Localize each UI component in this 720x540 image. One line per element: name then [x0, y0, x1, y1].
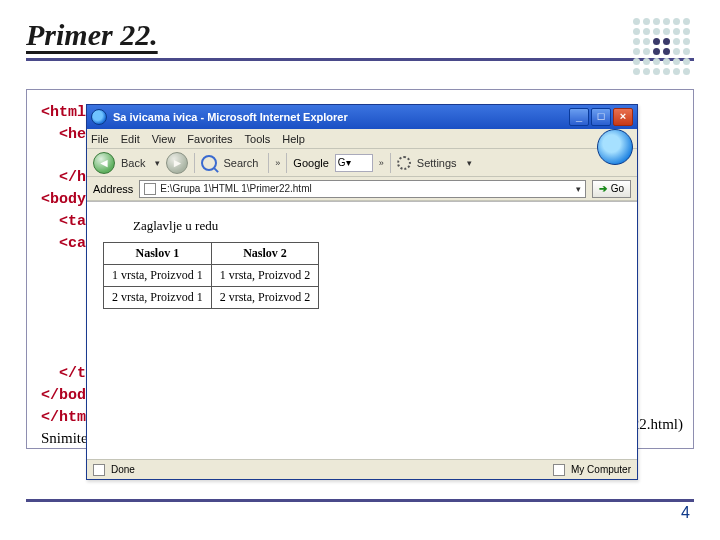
table-header: Naslov 2	[211, 243, 319, 265]
settings-label[interactable]: Settings	[417, 157, 457, 169]
zone-text: My Computer	[571, 464, 631, 475]
toolbar-separator	[390, 153, 391, 173]
title-rule	[26, 58, 694, 61]
window-title: Sa ivicama ivica - Microsoft Internet Ex…	[113, 111, 563, 123]
page-number: 4	[681, 504, 690, 522]
address-label: Address	[93, 183, 133, 195]
back-label: Back	[121, 157, 145, 169]
example-table: Naslov 1 Naslov 2 1 vrsta, Proizvod 1 1 …	[103, 242, 319, 309]
table-cell: 1 vrsta, Proizvod 2	[211, 265, 319, 287]
address-bar: Address E:\Grupa 1\HTML 1\Primer22.html …	[87, 177, 637, 201]
menu-bar: File Edit View Favorites Tools Help	[87, 129, 637, 149]
window-titlebar[interactable]: Sa ivicama ivica - Microsoft Internet Ex…	[87, 105, 637, 129]
table-cell: 2 vrsta, Proizvod 2	[211, 287, 319, 309]
menu-help[interactable]: Help	[282, 133, 305, 145]
settings-chevron-icon[interactable]: ▾	[467, 158, 472, 168]
table-cell: 2 vrsta, Proizvod 1	[104, 287, 212, 309]
menu-edit[interactable]: Edit	[121, 133, 140, 145]
address-input[interactable]: E:\Grupa 1\HTML 1\Primer22.html ▾	[139, 180, 585, 198]
minimize-button[interactable]: _	[569, 108, 589, 126]
toolbar-separator	[286, 153, 287, 173]
status-text: Done	[111, 464, 135, 475]
document-icon	[93, 464, 105, 476]
table-row: 1 vrsta, Proizvod 1 1 vrsta, Proizvod 2	[104, 265, 319, 287]
menu-favorites[interactable]: Favorites	[187, 133, 232, 145]
slide-title: Primer 22.	[26, 18, 694, 52]
bottom-rule	[26, 499, 694, 502]
google-search-input[interactable]: G▾	[335, 154, 373, 172]
google-label: Google	[293, 157, 328, 169]
go-button[interactable]: ➔Go	[592, 180, 631, 198]
ie-icon	[91, 109, 107, 125]
menu-view[interactable]: View	[152, 133, 176, 145]
address-chevron-icon[interactable]: ▾	[576, 184, 581, 194]
forward-button[interactable]: ►	[166, 152, 188, 174]
ie-logo-large	[597, 129, 633, 165]
search-icon[interactable]	[201, 155, 217, 171]
computer-icon	[553, 464, 565, 476]
menu-tools[interactable]: Tools	[245, 133, 271, 145]
table-header: Naslov 1	[104, 243, 212, 265]
table-row: 2 vrsta, Proizvod 1 2 vrsta, Proizvod 2	[104, 287, 319, 309]
toolbar-separator	[194, 153, 195, 173]
gear-icon[interactable]	[397, 156, 411, 170]
address-value: E:\Grupa 1\HTML 1\Primer22.html	[160, 183, 311, 194]
chevrons-icon[interactable]: »	[379, 158, 384, 168]
browser-window: Sa ivicama ivica - Microsoft Internet Ex…	[86, 104, 638, 480]
chevrons-icon[interactable]: »	[275, 158, 280, 168]
page-viewport[interactable]: Zaglavlje u redu Naslov 1 Naslov 2 1 vrs…	[87, 201, 637, 459]
close-button[interactable]: ×	[613, 108, 633, 126]
maximize-button[interactable]: □	[591, 108, 611, 126]
status-bar: Done My Computer	[87, 459, 637, 479]
menu-file[interactable]: File	[91, 133, 109, 145]
back-button[interactable]: ◄	[93, 152, 115, 174]
document-icon	[144, 183, 156, 195]
table-caption: Zaglavlje u redu	[133, 218, 627, 234]
table-cell: 1 vrsta, Proizvod 1	[104, 265, 212, 287]
decorative-dots	[633, 18, 690, 75]
table-header-row: Naslov 1 Naslov 2	[104, 243, 319, 265]
toolbar: ◄ Back ▾ ► Search » Google G▾ » Settings…	[87, 149, 637, 177]
search-label: Search	[223, 157, 258, 169]
toolbar-separator	[268, 153, 269, 173]
back-chevron-icon[interactable]: ▾	[155, 158, 160, 168]
